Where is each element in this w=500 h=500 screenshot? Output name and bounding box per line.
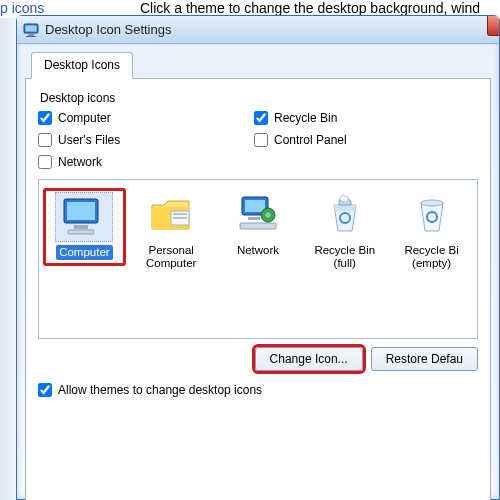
checkbox-users-files[interactable]: User's Files [38,133,248,147]
app-icon [23,22,39,38]
icon-item-recycle-full[interactable]: Recycle Bin (full) [305,190,384,271]
close-button[interactable] [487,16,499,36]
computer-icon [55,192,113,242]
restore-defaults-button[interactable]: Restore Defau [371,347,478,371]
icon-item-personal-computer[interactable]: Personal Computer [132,190,211,271]
background-hint: Click a theme to change the desktop back… [140,0,480,16]
icon-item-personal-label: Personal Computer [132,243,211,271]
checkbox-recycle-bin[interactable]: Recycle Bin [254,111,464,125]
allow-themes-label: Allow themes to change desktop icons [58,383,262,397]
recycle-bin-full-icon [316,190,374,240]
change-icon-button[interactable]: Change Icon... [255,347,363,371]
svg-rect-7 [68,230,94,234]
folder-icon [142,190,200,240]
svg-rect-13 [248,217,260,220]
checkbox-computer[interactable]: Computer [38,111,248,125]
checkbox-computer-label: Computer [58,111,111,125]
checkbox-recycle-label: Recycle Bin [274,111,337,125]
button-row: Change Icon... Restore Defau [38,347,478,371]
checkbox-network[interactable]: Network [38,155,248,169]
background-fade [0,18,16,500]
checkbox-control-panel[interactable]: Control Panel [254,133,464,147]
checkbox-network-label: Network [58,155,102,169]
checkbox-control-panel-label: Control Panel [274,133,347,147]
svg-rect-14 [240,223,276,229]
network-icon [229,190,287,240]
svg-rect-6 [74,225,88,229]
group-title: Desktop icons [40,91,478,105]
icon-item-network[interactable]: Network [219,190,298,258]
allow-themes-checkbox[interactable] [38,383,52,397]
checkbox-computer-input[interactable] [38,111,52,125]
window-title: Desktop Icon Settings [45,22,171,37]
icon-item-recycle-empty-label: Recycle Bi (empty) [392,243,471,271]
svg-point-17 [421,200,443,206]
client-area: Desktop Icons Desktop icons Computer Rec… [17,44,499,500]
svg-rect-5 [67,202,95,220]
checkbox-users-files-label: User's Files [58,133,120,147]
checkbox-grid: Computer Recycle Bin User's Files Contro… [38,111,478,169]
allow-themes-row[interactable]: Allow themes to change desktop icons [38,383,478,397]
icon-item-network-label: Network [234,243,282,258]
svg-rect-1 [26,25,37,31]
checkbox-users-files-input[interactable] [38,133,52,147]
svg-rect-2 [28,34,34,36]
checkbox-recycle-input[interactable] [254,111,268,125]
tab-page: Desktop icons Computer Recycle Bin User'… [25,78,491,500]
tab-desktop-icons[interactable]: Desktop Icons [31,52,133,79]
icon-item-recycle-empty[interactable]: Recycle Bi (empty) [392,190,471,271]
icon-item-recycle-full-label: Recycle Bin (full) [305,243,384,271]
checkbox-control-panel-input[interactable] [254,133,268,147]
svg-rect-9 [173,213,187,215]
recycle-bin-empty-icon [403,190,461,240]
desktop-icon-settings-window: Desktop Icon Settings Desktop Icons Desk… [16,15,500,500]
svg-rect-3 [26,36,36,37]
icon-item-computer-label: Computer [56,245,113,260]
svg-rect-12 [245,200,265,212]
svg-rect-10 [173,217,187,219]
icon-item-computer[interactable]: Computer [45,190,124,264]
tab-strip: Desktop Icons [25,52,491,78]
icon-preview-box[interactable]: Computer Personal Computer Network [38,179,478,339]
titlebar[interactable]: Desktop Icon Settings [17,16,499,44]
checkbox-network-input[interactable] [38,155,52,169]
background-link[interactable]: p icons [0,0,44,16]
